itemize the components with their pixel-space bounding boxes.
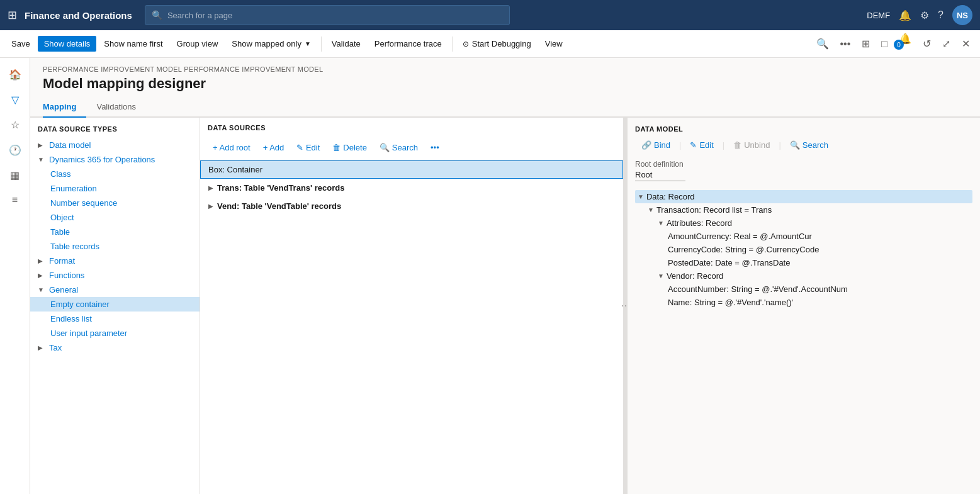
view-label: View <box>545 39 563 48</box>
grid-icon[interactable]: ⊞ <box>8 8 17 22</box>
dst-item-empty-container[interactable]: Empty container <box>30 297 200 312</box>
bind-button[interactable]: 🔗 Bind <box>635 138 677 152</box>
dm-node-amount-currency[interactable]: AmountCurrency: Real = @.AmountCur <box>635 230 972 243</box>
dm-node-name[interactable]: Name: String = @.'#Vend'.'name()' <box>635 296 972 309</box>
add-root-label: + Add root <box>213 143 251 152</box>
dm-edit-button[interactable]: ✎ Edit <box>684 138 719 152</box>
dst-label-table[interactable]: Table <box>50 227 70 237</box>
dst-item-tax[interactable]: ▶ Tax <box>30 340 200 355</box>
dst-label-class[interactable]: Class <box>50 169 71 179</box>
chevron-icon: ▼ <box>658 272 664 279</box>
tab-mapping[interactable]: Mapping <box>43 97 86 118</box>
dst-item-format[interactable]: ▶ Format <box>30 254 200 268</box>
dst-item-user-input-param[interactable]: User input parameter <box>30 326 200 340</box>
dst-label-empty-container[interactable]: Empty container <box>50 300 110 309</box>
notification-icon[interactable]: 🔔 <box>899 9 911 21</box>
grid-cmd-button[interactable]: ⊞ <box>857 35 875 53</box>
tab-validations[interactable]: Validations <box>96 97 146 118</box>
dst-item-table[interactable]: Table <box>30 225 200 239</box>
search-cmd-button[interactable]: 🔍 <box>811 35 834 53</box>
ds-item-trans[interactable]: ▶ Trans: Table 'VendTrans' records <box>200 179 623 197</box>
more-button[interactable]: ••• <box>835 35 856 53</box>
show-name-button[interactable]: Show name first <box>98 36 169 52</box>
dst-item-object[interactable]: Object <box>30 210 200 225</box>
dst-label-dynamics365[interactable]: Dynamics 365 for Operations <box>49 155 155 164</box>
app-brand: Finance and Operations <box>25 10 132 21</box>
dm-node-transaction[interactable]: ▼ Transaction: Record list = Trans <box>635 203 972 216</box>
dst-label-tax[interactable]: Tax <box>49 343 62 352</box>
dm-node-vendor[interactable]: ▼ Vendor: Record <box>635 269 972 283</box>
dm-node-posted-date[interactable]: PostedDate: Date = @.TransDate <box>635 256 972 269</box>
start-debugging-button[interactable]: ⊙ Start Debugging <box>456 36 538 52</box>
dst-label-user-input-param[interactable]: User input parameter <box>50 328 127 338</box>
open-in-new-button[interactable]: □ <box>876 35 893 53</box>
validate-button[interactable]: Validate <box>325 36 367 52</box>
ds-more-button[interactable]: ••• <box>425 140 444 155</box>
dst-label-endless-list[interactable]: Endless list <box>50 314 92 323</box>
sidebar-recent-icon[interactable]: 🕐 <box>4 138 26 161</box>
dm-node-data-record[interactable]: ▼ Data: Record <box>635 190 972 203</box>
dm-node-account-number[interactable]: AccountNumber: String = @.'#Vend'.Accoun… <box>635 283 972 296</box>
ds-search-button[interactable]: 🔍 Search <box>375 140 423 155</box>
help-icon[interactable]: ? <box>938 9 943 21</box>
show-name-label: Show name first <box>104 39 162 48</box>
validate-label: Validate <box>332 39 361 48</box>
dst-label-table-records[interactable]: Table records <box>50 242 99 251</box>
show-details-button[interactable]: Show details <box>38 36 97 52</box>
unbind-button[interactable]: 🗑 Unbind <box>727 138 776 152</box>
sidebar-list-icon[interactable]: ≡ <box>4 189 26 211</box>
group-view-label: Group view <box>177 39 218 48</box>
edit-button[interactable]: ✎ Edit <box>291 140 325 155</box>
save-button[interactable]: Save <box>5 36 37 52</box>
ds-item-vend[interactable]: ▶ Vend: Table 'VendTable' records <box>200 197 623 215</box>
global-search-placeholder: Search for a page <box>167 11 232 20</box>
dst-label-general[interactable]: General <box>49 285 78 295</box>
dst-label-functions[interactable]: Functions <box>49 271 84 280</box>
dm-node-currency-code[interactable]: CurrencyCode: String = @.CurrencyCode <box>635 243 972 256</box>
dst-item-endless-list[interactable]: Endless list <box>30 312 200 326</box>
performance-trace-button[interactable]: Performance trace <box>368 36 448 52</box>
root-def-value: Root <box>635 170 685 181</box>
group-view-button[interactable]: Group view <box>171 36 225 52</box>
chevron-icon: ▼ <box>638 193 644 200</box>
dst-label-object[interactable]: Object <box>50 213 74 222</box>
dst-item-number-sequence[interactable]: Number sequence <box>30 196 200 210</box>
dm-node-attributes[interactable]: ▼ Attributes: Record <box>635 216 972 230</box>
fullscreen-button[interactable]: ⤢ <box>937 35 955 53</box>
notification-badge-button[interactable]: 🔔 0 <box>894 30 916 58</box>
dm-search-label: Search <box>803 140 828 150</box>
sidebar-home-icon[interactable]: 🏠 <box>4 63 26 86</box>
dst-item-general[interactable]: ▼ General <box>30 283 200 297</box>
chevron-icon: ▶ <box>38 142 47 149</box>
breadcrumb: PERFORMANCE IMPROVEMENT MODEL PERFORMANC… <box>43 65 967 73</box>
dst-item-functions[interactable]: ▶ Functions <box>30 268 200 283</box>
add-root-button[interactable]: + Add root <box>208 140 256 155</box>
avatar[interactable]: NS <box>952 5 972 25</box>
dst-label-data-model[interactable]: Data model <box>49 140 91 150</box>
sidebar-favorites-icon[interactable]: ☆ <box>4 113 26 136</box>
panel-data-model: DATA MODEL 🔗 Bind | ✎ Edit | 🗑 Unbind <box>628 118 980 494</box>
dst-label-number-sequence[interactable]: Number sequence <box>50 198 117 208</box>
sidebar-filter-icon[interactable]: ▽ <box>4 88 26 111</box>
view-button[interactable]: View <box>539 36 569 52</box>
dst-item-data-model[interactable]: ▶ Data model <box>30 138 200 152</box>
dm-search-button[interactable]: 🔍 Search <box>784 138 835 152</box>
close-button[interactable]: ✕ <box>957 35 975 53</box>
dst-item-enumeration[interactable]: Enumeration <box>30 181 200 196</box>
add-button[interactable]: + Add <box>258 140 290 155</box>
dst-item-class[interactable]: Class <box>30 167 200 181</box>
settings-icon[interactable]: ⚙ <box>920 9 929 21</box>
edit-label: ✎ Edit <box>296 143 320 152</box>
dst-label-format[interactable]: Format <box>49 256 75 266</box>
dst-item-table-records[interactable]: Table records <box>30 239 200 254</box>
delete-button[interactable]: 🗑 Delete <box>327 140 372 155</box>
sidebar-table-icon[interactable]: ▦ <box>4 164 26 186</box>
dst-label-enumeration[interactable]: Enumeration <box>50 184 97 193</box>
show-mapped-button[interactable]: Show mapped only ▼ <box>225 36 317 52</box>
global-search-box[interactable]: 🔍 Search for a page <box>145 5 510 25</box>
refresh-button[interactable]: ↺ <box>918 35 936 53</box>
add-label: + Add <box>263 143 284 152</box>
dm-toolbar: 🔗 Bind | ✎ Edit | 🗑 Unbind | � <box>635 138 972 152</box>
ds-item-box[interactable]: Box: Container <box>200 160 623 179</box>
dst-item-dynamics365[interactable]: ▼ Dynamics 365 for Operations <box>30 152 200 167</box>
